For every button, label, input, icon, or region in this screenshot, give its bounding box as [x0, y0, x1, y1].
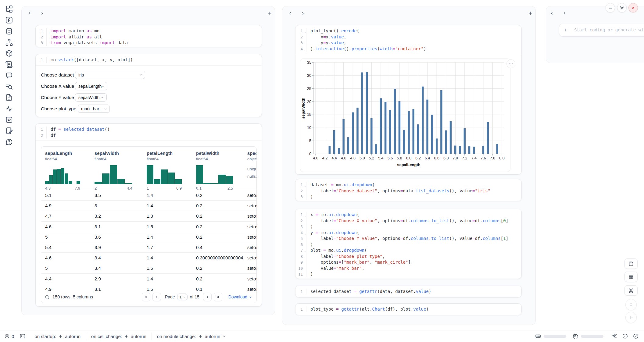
chart-menu-button[interactable] [506, 59, 515, 68]
sidebar-item-datasources[interactable] [5, 27, 13, 35]
code-line[interactable]: 2import altair as alt [36, 34, 262, 40]
column1-next-button[interactable] [40, 11, 44, 16]
code-editor[interactable]: 1selected_dataset = getattr(data, datase… [295, 286, 521, 297]
table-row[interactable]: 5.13.51.40.2setosa [41, 190, 256, 200]
cell-plot-type[interactable]: 1plot_type = getattr(alt.Chart(df), plot… [295, 303, 522, 315]
generate-with-ai-link[interactable]: generate [615, 27, 636, 32]
column3-next-button[interactable] [562, 11, 567, 16]
sidebar-item-snippets[interactable] [5, 116, 13, 124]
stop-all-button[interactable] [625, 299, 637, 310]
column2-add-cell-button[interactable] [528, 11, 533, 16]
code-line[interactable]: 1mo.vstack([dataset, x, y, plot]) [36, 57, 262, 63]
cell-xyplot-dropdowns[interactable]: 1⌄x = mo.ui.dropdown(2 label="Choose X v… [295, 209, 522, 279]
table-row[interactable]: 5.43.91.70.4setosa [41, 242, 256, 252]
code-line[interactable]: 3) [295, 224, 521, 230]
error-indicator[interactable]: 0 [4, 333, 14, 339]
table-row[interactable]: 53.61.40.2setosa [41, 232, 256, 242]
sidebar-item-scratchpad[interactable] [5, 127, 13, 135]
cell-selected-dataset[interactable]: 1selected_dataset = getattr(data, datase… [295, 286, 522, 297]
dropdown-select[interactable]: sepalLength [75, 82, 107, 90]
cell-vstack[interactable]: 1mo.vstack([dataset, x, y, plot]) Choose… [35, 54, 262, 117]
sidebar-item-documentation[interactable] [5, 94, 13, 102]
autorun-segment[interactable]: on startup:autorun [29, 333, 86, 340]
autorun-segment[interactable]: on module change:autorun [152, 333, 231, 340]
table-row[interactable]: 4.63.41.40.30000000000000004setosa [41, 252, 256, 263]
code-editor[interactable]: 1plot_type = getattr(alt.Chart(df), plot… [295, 304, 521, 315]
code-editor[interactable]: 1⌄plot_type().encode(2 x=x.value,3 y=y.v… [295, 25, 521, 54]
altair-chart-output[interactable]: 4.04.24.44.64.85.05.25.45.65.86.06.26.46… [300, 59, 510, 172]
cell-plot[interactable]: 1⌄plot_type().encode(2 x=x.value,3 y=y.v… [295, 25, 522, 175]
code-line[interactable]: 3 y=y.value, [295, 40, 521, 46]
code-line[interactable]: 9 options=["mark_bar", "mark_circle"], [295, 259, 521, 265]
column-name[interactable]: sepalLength [45, 147, 91, 156]
code-placeholder[interactable]: Start coding or generate with AI [570, 27, 644, 33]
code-line[interactable]: 2df [36, 133, 262, 139]
page-select[interactable]: 1 [177, 294, 188, 300]
download-button[interactable]: Download [228, 294, 252, 299]
sidebar-item-variables[interactable] [5, 16, 13, 24]
dropdown-select[interactable]: mark_bar [78, 105, 110, 113]
connection-status-button[interactable] [633, 333, 639, 339]
sidebar-item-packages[interactable] [5, 49, 13, 57]
code-line[interactable]: 2 x=x.value, [295, 34, 521, 40]
code-line[interactable]: 4).interactive().properties(width="conta… [295, 46, 521, 52]
keyboard-shortcuts-button[interactable] [624, 285, 638, 296]
ai-assistant-button[interactable] [611, 333, 617, 339]
code-line[interactable]: 10 value="mark_bar", [295, 265, 521, 272]
cell-new-empty[interactable]: 1 Start coding or generate with AI [559, 24, 644, 37]
run-all-button[interactable] [625, 312, 637, 323]
cell-imports[interactable]: 1import marimo as mo2import altair as al… [35, 25, 262, 47]
autorun-segment[interactable]: on cell change:autorun [86, 333, 152, 340]
dropdown-select[interactable]: iris [75, 71, 145, 79]
next-page-button[interactable] [203, 293, 212, 301]
table-row[interactable]: 53.41.50.2setosa [41, 263, 256, 273]
column-name[interactable]: petalWidth [196, 147, 243, 156]
code-editor[interactable]: 1⌄dataset = mo.ui.dropdown(2 label="Choo… [295, 179, 521, 202]
settings-button[interactable] [617, 3, 627, 12]
column2-prev-button[interactable] [288, 11, 293, 16]
code-line[interactable]: 1import marimo as mo [36, 28, 262, 34]
code-editor[interactable]: 1mo.vstack([dataset, x, y, plot]) [36, 54, 262, 66]
code-line[interactable]: 1selected_dataset = getattr(data, datase… [295, 289, 521, 295]
code-line[interactable]: 1⌄plot_type().encode( [295, 28, 521, 34]
sidebar-item-tracing[interactable] [5, 105, 13, 113]
code-line[interactable]: 4⌄y = mo.ui.dropdown( [295, 230, 521, 236]
layout-button[interactable] [624, 272, 638, 282]
cell-dataset-dropdown[interactable]: 1⌄dataset = mo.ui.dropdown(2 label="Choo… [295, 179, 522, 201]
code-line[interactable]: 1⌄dataset = mo.ui.dropdown( [295, 182, 521, 188]
code-editor[interactable]: 1import marimo as mo2import altair as al… [36, 25, 262, 48]
column3-prev-button[interactable] [550, 11, 554, 16]
sidebar-item-ai-chat[interactable] [5, 72, 13, 80]
shutdown-button[interactable] [628, 3, 638, 12]
code-line[interactable]: 5 label="Choose Y value", options=df.col… [295, 236, 521, 242]
sidebar-item-scratchpad-search[interactable] [5, 83, 13, 91]
code-line[interactable]: 8 label="Choose plot type", [295, 254, 521, 260]
table-row[interactable]: 4.931.40.2setosa [41, 200, 256, 211]
code-line[interactable]: 2 label="Choose X value", options=df.col… [295, 218, 521, 224]
code-line[interactable]: 3from vega_datasets import data [36, 40, 262, 46]
code-editor[interactable]: 1df = selected_dataset()2df [36, 124, 262, 141]
code-line[interactable]: 2 label="Choose dataset", options=data.l… [295, 188, 521, 194]
table-row[interactable]: 4.73.21.30.2setosa [41, 211, 256, 221]
sidebar-item-file-explorer[interactable] [5, 5, 13, 13]
copilot-button[interactable] [622, 333, 628, 339]
column1-prev-button[interactable] [27, 11, 32, 16]
code-line[interactable]: 3) [295, 194, 521, 200]
sidebar-item-logs[interactable] [5, 61, 13, 69]
terminal-button[interactable] [20, 333, 26, 339]
save-button[interactable] [624, 258, 638, 269]
code-line[interactable]: 1plot_type = getattr(alt.Chart(df), plot… [295, 306, 521, 312]
column-name[interactable]: sepalWidth [95, 147, 143, 156]
code-line[interactable]: 1⌄x = mo.ui.dropdown( [295, 212, 521, 218]
cell-dataframe[interactable]: 1df = selected_dataset()2df sepalLengthf… [35, 123, 262, 307]
search-icon[interactable] [45, 294, 50, 300]
column1-add-cell-button[interactable] [267, 11, 272, 16]
table-row[interactable]: 4.63.11.50.2setosa [41, 221, 256, 232]
sidebar-item-dependency-graph[interactable] [5, 38, 13, 46]
code-line[interactable]: 7⌄plot = mo.ui.dropdown( [295, 248, 521, 254]
code-line[interactable]: 6) [295, 242, 521, 248]
code-editor[interactable]: 1⌄x = mo.ui.dropdown(2 label="Choose X v… [295, 209, 521, 280]
column-name[interactable]: petalLength [147, 147, 192, 156]
column-name[interactable]: species [247, 147, 257, 156]
code-line[interactable]: 1df = selected_dataset() [36, 126, 262, 133]
